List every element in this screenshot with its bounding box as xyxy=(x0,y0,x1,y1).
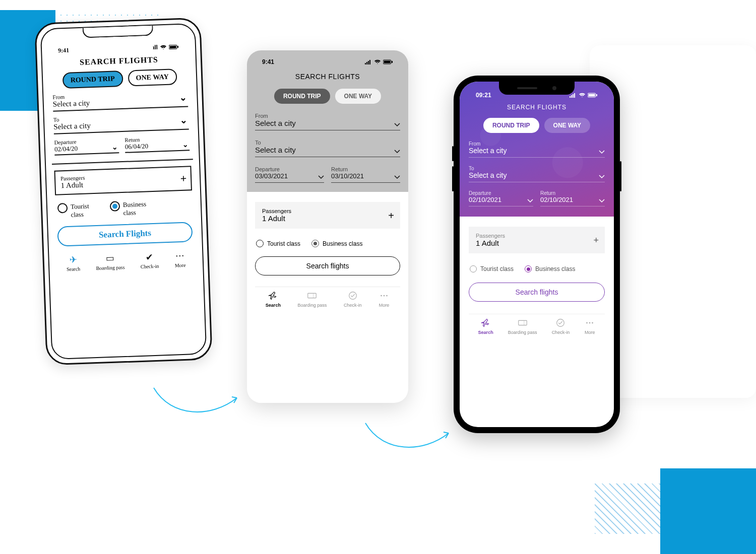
passengers-card[interactable]: Passengers 1 Adult + xyxy=(255,202,400,229)
svg-rect-17 xyxy=(571,95,572,98)
search-flights-button[interactable]: Search flights xyxy=(255,256,400,275)
nav-search[interactable]: ✈Search xyxy=(66,254,80,272)
radio-selected-icon xyxy=(311,240,319,247)
passengers-value: 1 Adult xyxy=(476,239,598,247)
chevron-down-icon: ⌄ xyxy=(180,114,188,126)
plane-icon xyxy=(480,317,491,328)
ticket-icon xyxy=(517,317,528,328)
return-field[interactable]: Return 02/10/2021 xyxy=(540,190,605,206)
plus-icon[interactable]: + xyxy=(593,235,599,245)
chevron-down-icon xyxy=(599,175,605,179)
round-trip-toggle[interactable]: ROUND TRIP xyxy=(274,89,330,104)
flow-arrow-icon xyxy=(363,418,454,458)
passengers-card[interactable]: Passengers 1 Adult + xyxy=(54,166,192,195)
chevron-down-icon: ⌄ xyxy=(179,92,187,104)
svg-point-25 xyxy=(557,319,564,327)
tourist-class-radio[interactable]: Tourist class xyxy=(57,202,101,220)
round-trip-toggle[interactable]: ROUND TRIP xyxy=(62,71,123,89)
from-field[interactable]: From Select a city xyxy=(469,141,605,158)
chevron-down-icon xyxy=(527,199,533,203)
svg-rect-9 xyxy=(392,61,393,63)
plus-icon[interactable]: + xyxy=(388,210,394,221)
radio-icon xyxy=(256,240,264,247)
status-time: 09:21 xyxy=(476,92,491,99)
chevron-down-icon xyxy=(394,175,400,179)
one-way-toggle[interactable]: ONE WAY xyxy=(544,118,591,133)
business-label: Business class xyxy=(535,265,575,272)
svg-rect-8 xyxy=(384,61,391,63)
wifi-icon xyxy=(160,44,167,49)
signal-icon: ıll xyxy=(153,43,158,51)
nav-boarding[interactable]: Boarding pass xyxy=(508,317,537,335)
tourist-label: Tourist class xyxy=(267,240,300,247)
svg-point-12 xyxy=(349,292,356,300)
svg-rect-6 xyxy=(369,60,370,64)
one-way-toggle[interactable]: ONE WAY xyxy=(128,68,177,86)
search-flights-button[interactable]: Search Flights xyxy=(57,222,193,246)
plus-icon[interactable]: + xyxy=(180,172,186,185)
from-label: From xyxy=(255,113,400,119)
one-way-toggle[interactable]: ONE WAY xyxy=(335,89,382,104)
signal-icon xyxy=(365,59,372,64)
round-trip-toggle[interactable]: ROUND TRIP xyxy=(483,118,539,133)
to-field[interactable]: To Select a city ⌄ xyxy=(53,112,189,134)
nav-boarding[interactable]: ▭Boarding pass xyxy=(96,252,125,271)
business-class-radio[interactable]: Business class xyxy=(110,200,159,218)
nav-boarding[interactable]: Boarding pass xyxy=(298,290,327,308)
nav-checkin[interactable]: Check-in xyxy=(552,317,570,335)
check-circle-icon: ✔ xyxy=(146,251,154,263)
nav-more[interactable]: More xyxy=(584,317,595,335)
passengers-card[interactable]: Passengers 1 Adult + xyxy=(469,227,605,253)
nav-checkin[interactable]: ✔Check-in xyxy=(140,251,159,269)
more-icon xyxy=(584,317,595,328)
tourist-label: Tourist class xyxy=(71,202,101,219)
wifi-icon xyxy=(579,93,586,98)
bg-accent-square-2 xyxy=(660,468,756,554)
radio-selected-icon xyxy=(525,265,532,272)
business-label: Business class xyxy=(123,200,159,217)
to-value: Select a city xyxy=(469,171,605,179)
departure-value: 03/03/2021 xyxy=(255,172,324,180)
departure-field[interactable]: Departure 02/10/2021 xyxy=(469,190,533,206)
chevron-down-icon: ⌄ xyxy=(112,143,118,151)
more-icon: ⋯ xyxy=(175,250,185,262)
tourist-class-radio[interactable]: Tourist class xyxy=(470,265,514,272)
svg-rect-2 xyxy=(177,46,178,48)
nav-checkin[interactable]: Check-in xyxy=(344,290,362,308)
to-field[interactable]: To Select a city xyxy=(255,140,400,157)
phone-wireframe: 9:41 SEARCH FLIGHTS ROUND TRIP ONE WAY F… xyxy=(247,50,408,403)
svg-point-27 xyxy=(589,322,591,324)
battery-icon xyxy=(383,59,393,64)
more-icon xyxy=(379,290,390,301)
chevron-down-icon xyxy=(394,150,400,154)
from-field[interactable]: From Select a city ⌄ xyxy=(52,89,188,111)
status-time: 9:41 xyxy=(58,47,70,55)
chevron-down-icon xyxy=(599,199,605,203)
chevron-down-icon xyxy=(394,123,400,127)
from-field[interactable]: From Select a city xyxy=(255,113,400,130)
departure-field[interactable]: Departure 02/04/20 ⌄ xyxy=(54,137,119,155)
nav-more[interactable]: ⋯More xyxy=(174,250,186,268)
departure-field[interactable]: Departure 03/03/2021 xyxy=(255,166,324,183)
business-class-radio[interactable]: Business class xyxy=(525,265,575,272)
return-value: 03/10/2021 xyxy=(331,172,400,180)
nav-search[interactable]: Search xyxy=(478,317,493,335)
return-field[interactable]: Return 03/10/2021 xyxy=(331,166,400,183)
check-circle-icon xyxy=(555,317,566,328)
nav-search[interactable]: Search xyxy=(266,290,281,308)
nav-more[interactable]: More xyxy=(379,290,390,308)
search-flights-button[interactable]: Search flights xyxy=(469,283,605,302)
tourist-label: Tourist class xyxy=(480,265,514,272)
to-label: To xyxy=(469,166,605,171)
departure-label: Departure xyxy=(255,166,324,172)
to-field[interactable]: To Select a city xyxy=(469,166,605,182)
phone-hifi: 09:21 SEARCH FLIGHTS ROUND TRIP ONE WAY xyxy=(454,76,620,433)
svg-rect-18 xyxy=(573,94,574,98)
svg-point-13 xyxy=(381,295,382,297)
plane-icon xyxy=(268,290,279,301)
tourist-class-radio[interactable]: Tourist class xyxy=(256,240,300,247)
return-field[interactable]: Return 06/04/20 ⌄ xyxy=(124,134,190,153)
business-class-radio[interactable]: Business class xyxy=(311,240,362,247)
battery-icon xyxy=(169,44,179,49)
status-time: 9:41 xyxy=(262,58,274,65)
